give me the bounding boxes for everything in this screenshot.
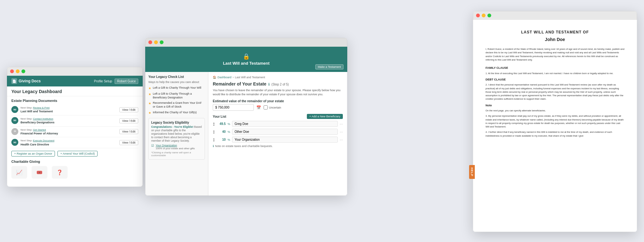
doc-next-hcd: Next Step: Execute Document [21, 139, 54, 142]
profile-button[interactable]: Robert Guice [115, 79, 138, 84]
beneficiary-name-2[interactable] [232, 129, 338, 135]
doc-note-title: Note [486, 103, 624, 108]
will-left-panel: Your Legacy Check List Ways to help the … [145, 72, 208, 196]
page-title: Your Legacy Dashboard [7, 86, 143, 96]
will-header-title: Last Will and Testament [223, 61, 270, 66]
view-edit-will[interactable]: View / Edit [119, 107, 138, 112]
amend-will-button[interactable]: + Amend Your Will (Codicil) [57, 151, 98, 156]
form-description: You have chosen to leave the remainder o… [213, 88, 343, 96]
will-content: Your Legacy Check List Ways to help the … [145, 72, 347, 196]
legacy-org-info: Your Organization 100% of your estate an… [156, 144, 195, 150]
will-minimize-dot[interactable] [154, 40, 158, 44]
doc-next-poa: Next Step: Get Started [21, 128, 58, 132]
pct-down-1[interactable]: ▼ [213, 124, 215, 126]
note-row: ℹ Note on estate taxes and charitable be… [213, 145, 343, 148]
bene-dots-2[interactable]: ··· [340, 130, 343, 134]
help-tab[interactable]: HELP [469, 165, 475, 179]
your-list-header: Your List + Add a New Beneficiary [213, 114, 343, 119]
note-text: Note on estate taxes and charitable bequ… [215, 145, 273, 148]
bene-dots-1[interactable]: ··· [340, 122, 343, 126]
doc-family-clause-title: FAMILY CLAUSE [486, 66, 624, 70]
dashboard-titlebar [7, 67, 143, 76]
view-edit-beneficiary[interactable]: View / Edit [119, 118, 138, 123]
nav-right: Profile Setup Robert Guice [94, 79, 138, 84]
star-icon-2: ★ [148, 92, 151, 96]
doc-badge-will: 90 [11, 106, 18, 113]
doc-link-will[interactable]: Review & Print [33, 106, 50, 109]
doc-row-hcd: 90 Next Step: Execute Document Health Ca… [11, 137, 138, 148]
checklist-text-2: Left a Gift to Charity Through a Benefic… [153, 92, 205, 99]
pct-down-2[interactable]: ▼ [213, 132, 215, 134]
doc-link-hcd[interactable]: Execute Document [33, 139, 55, 142]
doc-row-will: 90 Next Step: Review & Print Last Will a… [11, 104, 138, 115]
doc-name-poa: Financial Power of Attorney [21, 132, 58, 136]
organ-donor-button[interactable]: + Register as an Organ Donor [11, 151, 55, 156]
pct-up-2[interactable]: ▲ [213, 130, 215, 132]
beneficiary-name-1[interactable] [232, 121, 338, 127]
doc-note-text: On the next page, you can specify altern… [486, 109, 624, 112]
chart-icon-box[interactable]: 📈 [11, 166, 27, 179]
pct-up-3[interactable]: ▲ [213, 138, 215, 140]
will-form-window: 🔒 Last Will and Testament Make a Testame… [145, 38, 347, 196]
bene-dots-3[interactable]: ··· [340, 138, 343, 142]
doc-minimize-dot[interactable] [482, 14, 486, 17]
doc-badge-beneficiary: 90 [11, 117, 18, 124]
pct-ctrl-2: ▲ ▼ [213, 130, 215, 134]
uncertain-label: Uncertain [264, 105, 281, 109]
maximize-dot[interactable] [21, 69, 25, 73]
doc-close-dot[interactable] [476, 14, 480, 17]
doc-maximize-dot[interactable] [487, 14, 491, 17]
doc-main-title: LAST WILL AND TESTAMENT OF [486, 29, 624, 35]
will-close-dot[interactable] [148, 40, 152, 44]
beneficiary-name-3[interactable] [232, 137, 338, 143]
minimize-dot[interactable] [16, 69, 20, 73]
close-dot[interactable] [10, 69, 14, 73]
checklist-text-3: Recommended a Grant from Your DAF or Gav… [153, 101, 205, 109]
view-edit-hcd[interactable]: View / Edit [119, 140, 138, 145]
legacy-subtitle: Congratulations - You're Eligible! Based… [151, 125, 202, 143]
charitable-section: Charitable Giving 📈 🎟️ ❓ [11, 160, 138, 179]
will-maximize-dot[interactable] [160, 40, 164, 44]
add-beneficiary-button[interactable]: + Add a New Beneficiary [307, 114, 343, 119]
will-make-testament-button[interactable]: Make a Testament [315, 64, 343, 69]
doc-left-will: 90 Next Step: Review & Print Last Will a… [11, 106, 53, 114]
ticket-icon-box[interactable]: 🎟️ [32, 166, 47, 179]
view-edit-poa[interactable]: View / Edit [119, 129, 138, 134]
question-icon-box[interactable]: ❓ [52, 166, 68, 179]
profile-setup-label: Profile Setup [94, 80, 112, 83]
doc-titlebar [473, 11, 637, 20]
checklist-title: Your Legacy Check List [148, 75, 205, 79]
doc-family-clause-text: 1. At the time of executing this Last Wi… [486, 72, 624, 75]
logo-text: Giving Docs [19, 79, 41, 83]
will-right-panel: 🏠 Dashboard › Last Will and Testament Re… [208, 72, 347, 196]
doc-link-beneficiary[interactable]: Contact Institution [33, 117, 53, 120]
doc-badge-hcd: 90 [11, 139, 18, 146]
breadcrumb-dashboard[interactable]: Dashboard [218, 76, 231, 79]
doc-row-beneficiary: 90 Next Step: Contact Institution Benefi… [11, 115, 138, 127]
doc-debt-clause-text-1: 2. I direct that the personal representa… [486, 83, 624, 101]
doc-name-will: Last Will and Testament [21, 109, 53, 114]
doc-info-will: Next Step: Review & Print Last Will and … [21, 106, 53, 114]
dashboard-body: Estate Planning Documents 90 Next Step: … [7, 96, 143, 181]
your-list-title: Your List [213, 115, 226, 118]
uncertain-text: Uncertain [269, 106, 281, 109]
doc-info-hcd: Next Step: Execute Document Health Care … [21, 139, 54, 146]
checklist-item-3: ★ Recommended a Grant from Your DAF or G… [148, 101, 205, 109]
legacy-org-name[interactable]: Your Organization [156, 144, 195, 147]
will-titlebar [145, 38, 347, 47]
legacy-org-row: ☑ Your Organization 100% of your estate … [151, 144, 202, 150]
doc-intro-text: I, Robert Guice, a resident of the State… [486, 47, 624, 62]
doc-next-will: Next Step: Review & Print [21, 106, 53, 109]
uncertain-checkbox[interactable] [264, 105, 268, 109]
doc-info-beneficiary: Next Step: Contact Institution Beneficia… [21, 117, 55, 125]
checklist-item-1: ★ Left a Gift to Charity Through Your Wi… [148, 86, 205, 90]
doc-next-beneficiary: Next Step: Contact Institution [21, 117, 55, 121]
pct-up-1[interactable]: ▲ [213, 122, 215, 124]
form-step: (Step 2 of 5) [271, 83, 289, 86]
pct-down-3[interactable]: ▼ [213, 140, 215, 142]
legacy-society-section: Legacy Society Eligibility Congratulatio… [148, 118, 205, 160]
pct-ctrl-3: ▲ ▼ [213, 138, 215, 142]
estimated-value-input[interactable] [213, 104, 254, 111]
beneficiary-row-3: ▲ ▼ 10 % ··· [213, 137, 343, 143]
doc-link-poa[interactable]: Get Started [33, 128, 46, 131]
